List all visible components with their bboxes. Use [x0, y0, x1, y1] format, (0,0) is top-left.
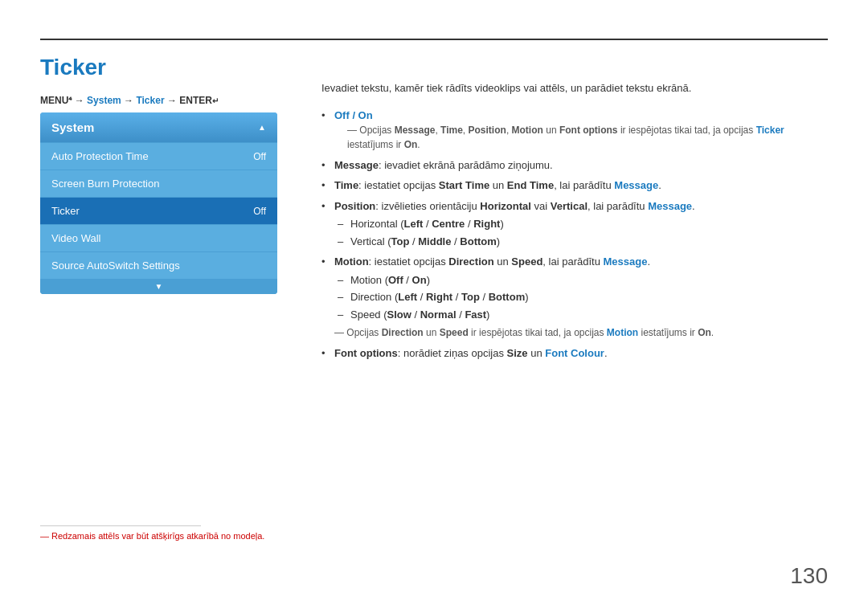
menu-item-label: Ticker: [51, 205, 80, 217]
position-label: Position: [334, 200, 375, 212]
page-number: 130: [790, 563, 828, 589]
menu-item-value: Off: [253, 151, 266, 162]
menu-prefix: MENU: [40, 95, 68, 106]
bullet-message: Message: ievadiet ekrānā parādāmo ziņoju…: [321, 157, 828, 174]
top-divider: [40, 39, 828, 40]
system-label: System: [51, 121, 94, 134]
arrow-down-icon: ▼: [40, 279, 277, 294]
page-title: Ticker: [40, 55, 106, 80]
menu-item-label: Source AutoSwitch Settings: [51, 260, 180, 272]
menu-icon: ⁴: [68, 96, 72, 105]
menu-item-label: Auto Protection Time: [51, 150, 149, 162]
sub-horizontal: Horizontal (Left / Centre / Right): [334, 216, 828, 232]
system-panel: System ▲ Auto Protection Time Off Screen…: [40, 112, 277, 294]
sub-direction: Direction (Left / Right / Top / Bottom): [334, 289, 828, 305]
font-options-label: Font options: [334, 347, 398, 359]
menu-path-text: → System → Ticker → ENTER↵: [75, 95, 219, 106]
off-on-note: ― Opcijas Message, Time, Position, Motio…: [334, 123, 828, 152]
sub-speed: Speed (Slow / Normal / Fast): [334, 307, 828, 323]
motion-note: ― Opcijas Direction un Speed ir iespējot…: [334, 325, 714, 340]
bullet-time: Time: iestatiet opcijas Start Time un En…: [321, 178, 828, 194]
bullet-motion: Motion: iestatiet opcijas Direction un S…: [321, 254, 828, 341]
position-sub-list: Horizontal (Left / Centre / Right) Verti…: [334, 216, 828, 249]
motion-sub-list: Motion (Off / On) Direction (Left / Righ…: [334, 272, 828, 323]
bullet-font-options: Font options: norādiet ziņas opcijas Siz…: [321, 345, 828, 362]
menu-item-screen-burn[interactable]: Screen Burn Protection: [40, 170, 277, 197]
intro-text: Ievadiet tekstu, kamēr tiek rādīts video…: [321, 80, 828, 96]
system-header: System ▲: [40, 112, 277, 142]
menu-item-label: Screen Burn Protection: [51, 178, 159, 190]
motion-label: Motion: [334, 255, 369, 268]
time-label: Time: [334, 179, 358, 191]
footer-divider: [40, 525, 201, 526]
bullet-position: Position: izvēlieties orientāciju Horizo…: [321, 198, 828, 250]
footer-note: ― Redzamais attēls var būt atšķirīgs atk…: [40, 531, 264, 541]
right-content: Ievadiet tekstu, kamēr tiek rādīts video…: [321, 80, 828, 366]
menu-item-auto-protection[interactable]: Auto Protection Time Off: [40, 142, 277, 170]
off-on-label: Off / On: [334, 109, 373, 121]
menu-item-value: Off: [253, 206, 266, 217]
arrow-up-icon: ▲: [258, 123, 266, 132]
menu-item-source-autoswitch[interactable]: Source AutoSwitch Settings: [40, 251, 277, 279]
menu-item-ticker[interactable]: Ticker Off: [40, 197, 277, 224]
bullet-off-on: Off / On ― Opcijas Message, Time, Positi…: [321, 108, 828, 153]
sub-motion-off-on: Motion (Off / On): [334, 272, 828, 288]
menu-item-label: Video Wall: [51, 232, 100, 244]
sub-vertical: Vertical (Top / Middle / Bottom): [334, 234, 828, 250]
menu-item-video-wall[interactable]: Video Wall: [40, 224, 277, 251]
menu-path: MENU⁴ → System → Ticker → ENTER↵: [40, 95, 219, 106]
message-label: Message: [334, 159, 379, 171]
bullet-list: Off / On ― Opcijas Message, Time, Positi…: [321, 108, 828, 362]
